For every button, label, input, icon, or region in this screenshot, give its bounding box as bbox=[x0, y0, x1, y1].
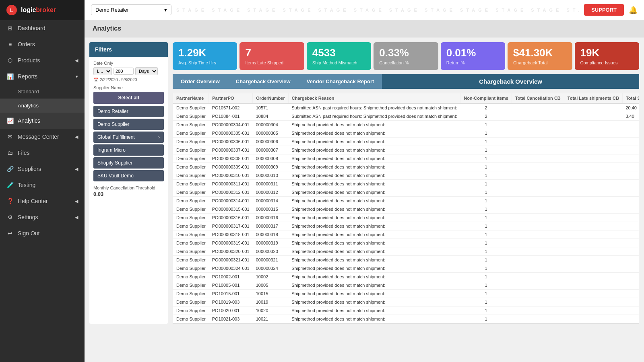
content-area: Filters Date Only L... Days 📅 2/22/2020 … bbox=[85, 37, 644, 329]
testing-icon: 🧪 bbox=[6, 182, 14, 188]
kpi-compliance-value: 19K bbox=[580, 47, 634, 59]
filter-unit-select[interactable]: Days bbox=[135, 67, 158, 75]
supplier-sku-vault[interactable]: SKU Vault Demo bbox=[93, 170, 164, 181]
kpi-chargeback-value: $41.30K bbox=[513, 47, 566, 59]
date-only-label: Date Only bbox=[93, 61, 164, 66]
products-icon: ⬡ bbox=[6, 57, 14, 64]
analytics-icon: 📈 bbox=[6, 117, 14, 124]
sidebar-item-products[interactable]: ⬡ Products ◀ bbox=[0, 52, 85, 68]
sidebar-item-label: Files bbox=[18, 150, 30, 156]
threshold-value: 0.03 bbox=[93, 191, 164, 197]
table-row: Demo Supplier PO10020-001 10020 Shipmeth… bbox=[173, 306, 639, 315]
page-title: Analytics bbox=[93, 25, 636, 32]
help-arrow: ◀ bbox=[75, 199, 78, 204]
stage-watermark: STAGE STAGE STAGE STAGE STAGE STAGE STAG… bbox=[176, 8, 579, 12]
dashboard-icon: ⊞ bbox=[6, 25, 14, 31]
filter-row-date: L... Days bbox=[93, 67, 164, 75]
table-row: Demo Supplier PO000000311-001 000000311 … bbox=[173, 179, 639, 188]
tab-chargeback-overview[interactable]: Chargeback Overview bbox=[228, 74, 299, 89]
supplier-ingram-micro[interactable]: Ingram Micro bbox=[93, 144, 164, 156]
sidebar-item-testing[interactable]: 🧪 Testing bbox=[0, 177, 85, 193]
col-chargeback-reason: Chargeback Reason bbox=[288, 93, 460, 103]
col-partner-name: PartnerName bbox=[173, 93, 209, 103]
sign-out-icon: ↩ bbox=[6, 230, 14, 237]
col-non-compliant: Non-Compliant Items bbox=[460, 93, 512, 103]
kpi-late-value: 7 bbox=[245, 47, 298, 59]
page-header: Analytics bbox=[85, 20, 644, 37]
table-row: Demo Supplier PO10571-002 10571 Submitte… bbox=[173, 103, 639, 112]
sidebar-item-label: Sign Out bbox=[18, 230, 39, 237]
col-partner-po: PartnerPO bbox=[209, 93, 253, 103]
kpi-chargeback: $41.30K Chargeback Total bbox=[508, 42, 572, 70]
sidebar-item-dashboard[interactable]: ⊞ Dashboard bbox=[0, 20, 85, 36]
sidebar-item-suppliers[interactable]: 🔗 Suppliers ◀ bbox=[0, 161, 85, 177]
message-icon: ✉ bbox=[6, 134, 14, 140]
sidebar-item-message-center[interactable]: ✉ Message Center ◀ bbox=[0, 129, 85, 145]
logo-area: L logicbroker bbox=[0, 0, 85, 20]
col-total-sh: Total Sh... bbox=[622, 93, 639, 103]
orders-icon: ≡ bbox=[6, 41, 14, 47]
sidebar-item-label: Settings bbox=[18, 214, 38, 220]
sidebar-item-analytics-sub[interactable]: Analytics bbox=[0, 99, 85, 113]
suppliers-icon: 🔗 bbox=[6, 166, 14, 172]
select-all-button[interactable]: Select all bbox=[93, 92, 164, 104]
table-row: Demo Supplier PO000000318-001 000000318 … bbox=[173, 230, 639, 239]
files-icon: 🗂 bbox=[6, 150, 14, 156]
chevron-right-icon: › bbox=[158, 134, 160, 140]
right-content: 1.29K Avg. Ship Time Hrs 7 Items Late Sh… bbox=[173, 42, 639, 324]
active-tab-title: Chargeback Overview bbox=[382, 74, 639, 89]
kpi-avg-ship-value: 1.29K bbox=[178, 47, 231, 59]
filter-days-input[interactable] bbox=[114, 68, 134, 75]
reports-arrow: ▾ bbox=[76, 74, 78, 79]
sidebar-item-sign-out[interactable]: ↩ Sign Out bbox=[0, 225, 85, 241]
table-row: Demo Supplier PO000000304-001 000000304 … bbox=[173, 120, 639, 129]
kpi-cancel-label: Cancellation % bbox=[379, 60, 432, 65]
help-icon: ❓ bbox=[6, 198, 14, 204]
table-body: Demo Supplier PO10571-002 10571 Submitte… bbox=[173, 103, 639, 323]
kpi-late-shipped: 7 Items Late Shipped bbox=[239, 42, 304, 70]
settings-arrow: ◀ bbox=[75, 215, 78, 220]
supplier-shopify[interactable]: Shopify Supplier bbox=[93, 157, 164, 169]
supplier-name-label: Supplier Name bbox=[93, 85, 164, 90]
table-row: Demo Supplier PO000000306-001 000000306 … bbox=[173, 137, 639, 146]
col-total-cancel-cb: Total Cancellation CB bbox=[512, 93, 564, 103]
tab-vendor-chargeback[interactable]: Vendor Chargeback Report bbox=[299, 74, 382, 89]
sidebar-item-help-center[interactable]: ❓ Help Center ◀ bbox=[0, 193, 85, 209]
table-row: Demo Supplier PO000000314-001 000000314 … bbox=[173, 196, 639, 205]
table-row: Demo Supplier PO000000308-001 000000308 … bbox=[173, 154, 639, 162]
kpi-return-label: Return % bbox=[446, 60, 500, 65]
sidebar-item-reports[interactable]: 📊 Reports ▾ bbox=[0, 68, 85, 84]
sidebar-item-label: Help Center bbox=[18, 198, 48, 204]
filter-period-select[interactable]: L... bbox=[93, 67, 112, 75]
supplier-global-fulfillment[interactable]: Global Fulfillment › bbox=[93, 132, 164, 143]
table-row: Demo Supplier PO10005-001 10005 Shipmeth… bbox=[173, 281, 639, 289]
tab-order-overview[interactable]: Order Overview bbox=[173, 74, 228, 89]
sidebar-item-analytics[interactable]: 📈 Analytics bbox=[0, 113, 85, 129]
threshold-label: Monthly Cancellation Threshold bbox=[93, 185, 164, 190]
sidebar-item-label: Dashboard bbox=[18, 25, 45, 31]
date-range: 📅 2/22/2020 - 9/8/2020 bbox=[93, 78, 164, 82]
retailer-select[interactable]: Demo Retailer ▾ bbox=[91, 4, 171, 15]
support-button[interactable]: SUPPORT bbox=[584, 4, 624, 16]
sidebar-item-label: Suppliers bbox=[18, 166, 41, 172]
reports-icon: 📊 bbox=[6, 73, 14, 80]
kpi-cancellation: 0.33% Cancellation % bbox=[374, 42, 438, 70]
table-row: Demo Supplier PO10015-001 10015 Shipmeth… bbox=[173, 289, 639, 298]
kpi-compliance-label: Compliance Issues bbox=[580, 60, 634, 65]
sidebar-item-orders[interactable]: ≡ Orders bbox=[0, 36, 85, 52]
sidebar-item-files[interactable]: 🗂 Files bbox=[0, 145, 85, 161]
sidebar-item-settings[interactable]: ⚙ Settings ◀ bbox=[0, 209, 85, 225]
settings-icon: ⚙ bbox=[6, 214, 14, 220]
supplier-demo-supplier[interactable]: Demo Supplier bbox=[93, 119, 164, 130]
sidebar-item-label: Analytics bbox=[18, 117, 40, 124]
sidebar-item-standard[interactable]: Standard bbox=[0, 84, 85, 99]
kpi-return-value: 0.01% bbox=[446, 47, 500, 59]
sidebar-item-label: Reports bbox=[18, 73, 37, 80]
supplier-demo-retailer[interactable]: Demo Retailer bbox=[93, 106, 164, 117]
products-arrow: ◀ bbox=[75, 58, 78, 63]
kpi-avg-ship-time: 1.29K Avg. Ship Time Hrs bbox=[173, 42, 237, 70]
table-row: Demo Supplier PO000000310-001 000000310 … bbox=[173, 171, 639, 179]
data-table: PartnerName PartnerPO OrderNumber Charge… bbox=[173, 93, 639, 323]
notification-button[interactable]: 🔔 bbox=[629, 6, 638, 14]
table-row: Demo Supplier PO000000312-001 000000312 … bbox=[173, 188, 639, 196]
